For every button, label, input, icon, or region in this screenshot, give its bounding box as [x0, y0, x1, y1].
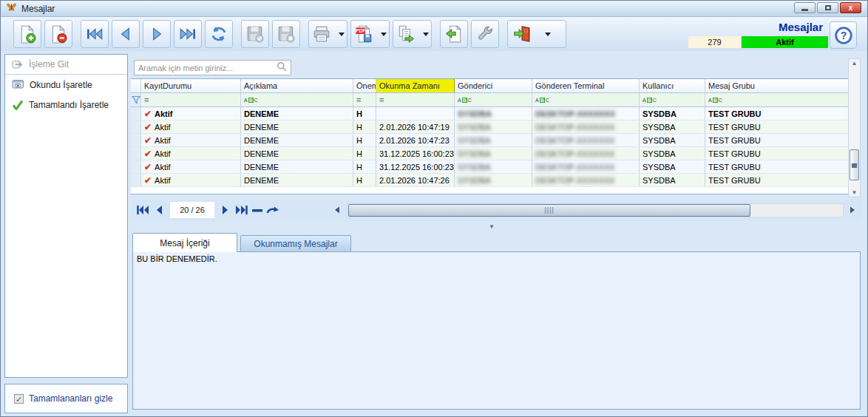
cell-user: SYSDBA [640, 147, 705, 160]
text-filter-icon[interactable]: ABC [244, 98, 258, 103]
sidebar-item-okundu-isaretle[interactable]: Okundu İşaretle [5, 75, 127, 95]
column-header-user[interactable]: Kullanıcı [640, 79, 705, 92]
close-button[interactable]: x [840, 2, 861, 13]
pdf-dropdown-arrow-icon[interactable] [381, 33, 387, 36]
tab-mesaj-icerigi[interactable]: Mesaj İçeriği [132, 233, 237, 252]
hide-completed-checkbox[interactable]: ✓ [14, 394, 24, 404]
exit-door-icon [512, 24, 532, 44]
message-content-panel[interactable]: BU BİR DENEMEDİR. [132, 251, 861, 410]
cell-status: ✔Aktif [141, 147, 241, 160]
grid-footer [131, 187, 848, 194]
cell-user: SYSDBA [640, 134, 705, 146]
hide-completed-panel[interactable]: ✓ Tamamlananları gizle [4, 384, 128, 413]
copy-dropdown-arrow-icon[interactable] [423, 33, 429, 36]
active-check-icon: ✔ [144, 122, 152, 132]
pager-refresh-button[interactable] [265, 202, 280, 218]
exit-button[interactable] [507, 20, 566, 48]
help-button[interactable]: ? [830, 21, 857, 49]
horizontal-scrollbar[interactable]: |||| [347, 203, 843, 217]
filter-cell-user[interactable]: ABC [640, 93, 705, 106]
hide-completed-label: Tamamlananları gizle [29, 393, 112, 404]
cell-status: ✔Aktif [141, 174, 241, 186]
row-gutter [131, 134, 141, 146]
column-header-sender_terminal[interactable]: Gönderen Terminal [532, 79, 640, 92]
text-filter-icon[interactable]: ABC [535, 98, 549, 103]
horizontal-scroll-thumb[interactable]: |||| [348, 204, 750, 217]
text-filter-icon[interactable]: ABC [708, 98, 722, 103]
maximize-button[interactable] [817, 2, 838, 13]
scroll-down-icon[interactable]: ▼ [849, 189, 860, 196]
cell-read_time: 31.12.2025 16:00:23 [376, 147, 455, 160]
search-icon[interactable] [277, 61, 287, 75]
refresh-button[interactable] [205, 20, 233, 48]
filter-cell-read_time[interactable]: = [376, 93, 455, 106]
splitter-collapse-icon[interactable]: ▼ [489, 223, 495, 230]
filter-gutter[interactable] [131, 93, 141, 106]
hscroll-left-icon[interactable] [330, 202, 345, 218]
row-gutter [131, 107, 141, 120]
row-gutter [131, 121, 141, 133]
pager-last-button[interactable] [234, 202, 249, 218]
column-header-priority[interactable]: Önem [353, 79, 376, 92]
pager-previous-button[interactable] [151, 202, 166, 218]
filter-cell-description[interactable]: ABC [241, 93, 353, 106]
text-filter-icon[interactable]: ABC [458, 98, 472, 103]
copy-icon [396, 24, 416, 44]
print-button[interactable] [308, 20, 347, 48]
settings-button[interactable] [471, 20, 499, 48]
column-header-status[interactable]: KayıtDurumu [141, 79, 241, 92]
previous-record-button[interactable] [112, 20, 140, 48]
pager-first-button[interactable] [135, 202, 151, 218]
cell-read_time [376, 107, 455, 120]
delete-record-button[interactable] [44, 20, 72, 48]
minimize-button[interactable] [794, 2, 816, 13]
cell-description: DENEME [241, 147, 353, 160]
pager-next-button[interactable] [217, 202, 233, 218]
printer-icon [312, 24, 331, 44]
search-input[interactable] [135, 64, 277, 72]
table-row[interactable]: ✔AktifDENEMEHSYSDBADESKTOP-XXXXXXXSYSDBA… [131, 107, 848, 121]
tab-okunmamis-mesajlar[interactable]: Okunmamış Mesajlar [240, 235, 351, 252]
column-header-message_group[interactable]: Mesaj Grubu [705, 79, 848, 92]
filter-cell-status[interactable]: = [141, 93, 241, 106]
cell-description: DENEME [241, 160, 353, 173]
table-row[interactable]: ✔AktifDENEMEH31.12.2025 16:00:23SYSDBADE… [131, 160, 848, 174]
table-row[interactable]: ✔AktifDENEMEH31.12.2025 16:00:23SYSDBADE… [131, 147, 848, 160]
equals-filter-icon[interactable]: = [356, 95, 360, 104]
hscroll-right-icon[interactable] [845, 202, 861, 218]
export-pdf-button[interactable]: PDF [350, 20, 390, 48]
table-row[interactable]: ✔AktifDENEMEH2.01.2026 10:47:19SYSDBADES… [131, 121, 848, 134]
filter-cell-message_group[interactable]: ABC [705, 93, 848, 106]
sidebar-item-tamamlandi-isaretle[interactable]: Tamamlandı İşaretle [5, 95, 127, 115]
equals-filter-icon[interactable]: = [379, 95, 383, 104]
exit-dropdown-arrow-icon[interactable] [545, 33, 551, 36]
table-row[interactable]: ✔AktifDENEMEH2.01.2026 10:47:23SYSDBADES… [131, 134, 848, 147]
cancel-save-button [272, 20, 300, 48]
cell-read_time: 2.01.2026 10:47:23 [376, 134, 455, 146]
vertical-scroll-thumb[interactable]: ▬▬▬ [850, 149, 859, 180]
cell-sender_terminal: DESKTOP-XXXXXXX [532, 160, 640, 173]
sidebar-item-label: İşleme Git [29, 59, 69, 70]
print-dropdown-arrow-icon[interactable] [339, 33, 345, 36]
next-record-icon [147, 24, 166, 44]
column-header-read_time[interactable]: Okunma Zamanı [376, 79, 455, 92]
next-record-button[interactable] [143, 20, 171, 48]
import-button[interactable] [440, 20, 468, 48]
filter-cell-priority[interactable]: = [353, 93, 376, 106]
copy-button[interactable] [393, 20, 432, 48]
status-badge: Aktif [742, 36, 828, 48]
cell-description: DENEME [241, 134, 353, 146]
pager-delete-button[interactable] [249, 202, 265, 218]
filter-cell-sender_terminal[interactable]: ABC [532, 93, 640, 106]
last-record-button[interactable] [174, 20, 202, 48]
grid-vertical-scrollbar[interactable]: ▲ ▬▬▬ ▼ [848, 58, 861, 197]
add-record-button[interactable] [13, 20, 41, 48]
text-filter-icon[interactable]: ABC [642, 98, 657, 103]
scroll-up-icon[interactable]: ▲ [849, 60, 860, 67]
filter-cell-sender[interactable]: ABC [455, 93, 532, 106]
column-header-sender[interactable]: Gönderici [455, 79, 532, 92]
column-header-description[interactable]: Açıklama [241, 79, 353, 92]
first-record-button[interactable] [81, 20, 109, 48]
table-row[interactable]: ✔AktifDENEMEH2.01.2026 10:47:26SYSDBADES… [131, 174, 848, 187]
equals-filter-icon[interactable]: = [144, 95, 148, 104]
